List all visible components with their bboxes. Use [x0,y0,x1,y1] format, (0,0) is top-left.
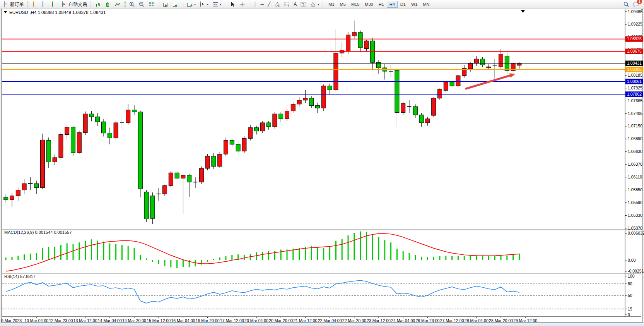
svg-text:1.07405: 1.07405 [628,111,642,116]
status-bar [0,323,644,326]
chart-title: EURUSD-,H4 1.08388 1.08449 1.08378 1.084… [4,10,106,15]
svg-text:1.07150: 1.07150 [628,124,642,128]
svg-text:1.07925: 1.07925 [628,86,642,90]
svg-text:1.08431: 1.08431 [627,61,642,65]
svg-text:-0.002511: -0.002511 [628,269,644,273]
macd-label: MACD(12,26,9) 0.001544 0.001557 [4,230,72,235]
svg-text:1.07665: 1.07665 [628,98,642,103]
svg-text:1.07802: 1.07802 [627,92,642,96]
svg-text:1.05850: 1.05850 [628,187,642,192]
svg-text:1.09485: 1.09485 [628,9,642,14]
symbol-ohlc-label: EURUSD-,H4 1.08388 1.08449 1.08378 1.084… [9,10,106,15]
svg-text:1.08675: 1.08675 [627,49,642,53]
svg-text:1.08926: 1.08926 [627,36,642,41]
price-level-label: 1.08305 [625,67,643,72]
price-level-label: 1.08675 [625,49,643,54]
svg-text:80: 80 [628,281,632,286]
svg-text:1.05590: 1.05590 [628,200,642,205]
svg-text:0.00: 0.00 [628,258,636,263]
svg-text:1.05330: 1.05330 [628,213,642,218]
time-axis: 9 Mar 202310 Mar 04:0012 Mar 23:0013 Mar… [1,317,537,323]
svg-text:1.05070: 1.05070 [628,226,642,230]
svg-text:1.06630: 1.06630 [628,149,642,154]
svg-text:1.06370: 1.06370 [628,162,642,166]
svg-text:100: 100 [628,274,635,278]
price-level-label: 1.08926 [625,36,643,42]
svg-text:0: 0 [628,312,630,317]
svg-text:1.06890: 1.06890 [628,136,642,141]
svg-text:0.006032: 0.006032 [628,231,644,235]
svg-text:1.08305: 1.08305 [627,67,642,72]
svg-text:50: 50 [628,293,632,298]
svg-text:1.09225: 1.09225 [628,22,642,26]
svg-text:1.08185: 1.08185 [628,73,642,77]
rsi-label: RSI(14) 57.8817 [4,274,36,279]
svg-text:1.08061: 1.08061 [627,79,642,84]
price-level-label: 1.08061 [625,79,643,84]
svg-text:1.06110: 1.06110 [628,175,642,179]
price-level-label: 1.08431 [625,61,643,66]
price-chart[interactable]: 1.094851.092251.089651.087051.081851.079… [0,0,644,326]
svg-text:15: 15 [628,307,632,311]
price-level-label: 1.07802 [625,91,643,97]
